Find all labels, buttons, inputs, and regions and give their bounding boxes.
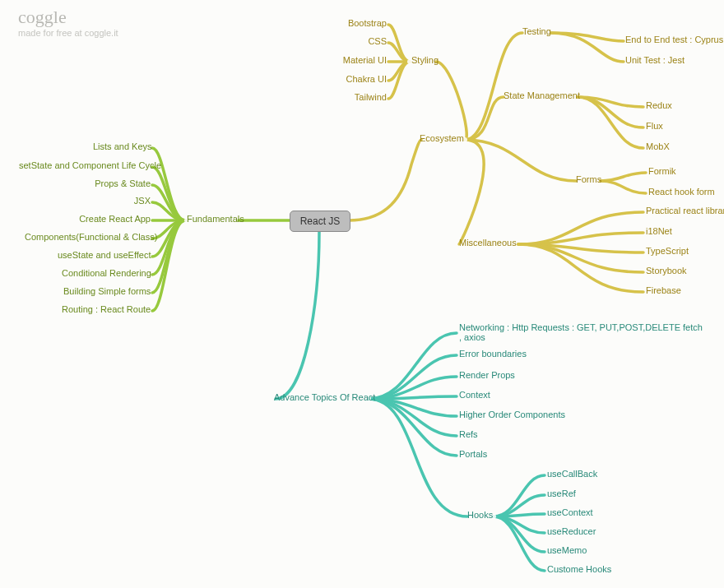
node-usecontext[interactable]: useContext — [547, 507, 593, 517]
node-render-props[interactable]: Render Props — [459, 370, 515, 380]
node-usereducer[interactable]: useReducer — [547, 526, 596, 536]
node-usecallback[interactable]: useCallBack — [547, 469, 597, 479]
node-custom-hooks[interactable]: Custome Hooks — [547, 564, 611, 574]
node-routing[interactable]: Routing : React Route — [62, 304, 151, 314]
node-flux[interactable]: Flux — [646, 121, 663, 131]
branch-state-mgmt[interactable]: State Management — [504, 90, 580, 100]
node-lists-keys[interactable]: Lists and Keys — [93, 141, 151, 151]
node-props-state[interactable]: Props & State — [95, 178, 151, 188]
node-error-boundaries[interactable]: Error boundaries — [459, 349, 527, 359]
node-tailwind[interactable]: Tailwind — [344, 92, 387, 102]
node-building-forms[interactable]: Building Simple forms — [63, 286, 151, 296]
node-bootstrap[interactable]: Bootstrap — [346, 18, 387, 28]
node-usestate-useeffect[interactable]: useState and useEffect — [58, 250, 151, 260]
node-e2e-cyprus[interactable]: End to End test : Cyprus — [625, 35, 723, 44]
root-node[interactable]: React JS — [290, 211, 350, 232]
branch-styling[interactable]: Styling — [411, 55, 439, 65]
node-redux[interactable]: Redux — [646, 100, 672, 110]
node-formik[interactable]: Formik — [648, 166, 676, 176]
branch-testing[interactable]: Testing — [522, 26, 551, 36]
node-components[interactable]: Components(Functional & Class) — [25, 232, 151, 242]
brand-logo: coggle — [18, 7, 67, 28]
node-context[interactable]: Context — [459, 390, 490, 400]
node-i18net[interactable]: i18Net — [646, 226, 672, 236]
node-firebase[interactable]: Firebase — [646, 285, 681, 295]
node-conditional-rendering[interactable]: Conditional Rendering — [62, 268, 151, 278]
branch-forms[interactable]: Forms — [576, 174, 601, 184]
branch-misc[interactable]: Miscellaneous — [459, 238, 517, 248]
node-networking[interactable]: Networking : Http Requests : GET, PUT,PO… — [459, 322, 706, 342]
node-css[interactable]: CSS — [346, 36, 387, 46]
node-useref[interactable]: useRef — [547, 488, 576, 498]
node-storybook[interactable]: Storybook — [646, 266, 687, 275]
branch-hooks[interactable]: Hooks — [467, 510, 493, 520]
branch-ecosystem[interactable]: Ecosystem — [420, 133, 464, 143]
node-usememo[interactable]: useMemo — [547, 545, 587, 555]
node-chakra-ui[interactable]: Chakra UI — [344, 74, 387, 84]
node-material-ui[interactable]: Material UI — [341, 55, 387, 65]
node-setstate-lifecycle[interactable]: setState and Component Life Cycle — [19, 160, 151, 170]
node-refs[interactable]: Refs — [459, 429, 478, 439]
node-unit-jest[interactable]: Unit Test : Jest — [625, 55, 685, 65]
node-mobx[interactable]: MobX — [646, 141, 670, 151]
node-hoc[interactable]: Higher Order Components — [459, 410, 565, 419]
branch-fundamentals[interactable]: Fundamentals — [187, 214, 244, 224]
node-jsx[interactable]: JSX — [132, 196, 151, 206]
branch-advance[interactable]: Advance Topics Of React — [274, 392, 375, 402]
node-react-hook-form[interactable]: React hook form — [648, 187, 715, 197]
brand-tagline: made for free at coggle.it — [18, 28, 118, 38]
node-practical-libs[interactable]: Practical react libraries — [646, 206, 724, 215]
node-portals[interactable]: Portals — [459, 449, 487, 459]
node-typescript[interactable]: TypeScript — [646, 246, 689, 256]
node-create-react-app[interactable]: Create React App — [78, 214, 151, 224]
